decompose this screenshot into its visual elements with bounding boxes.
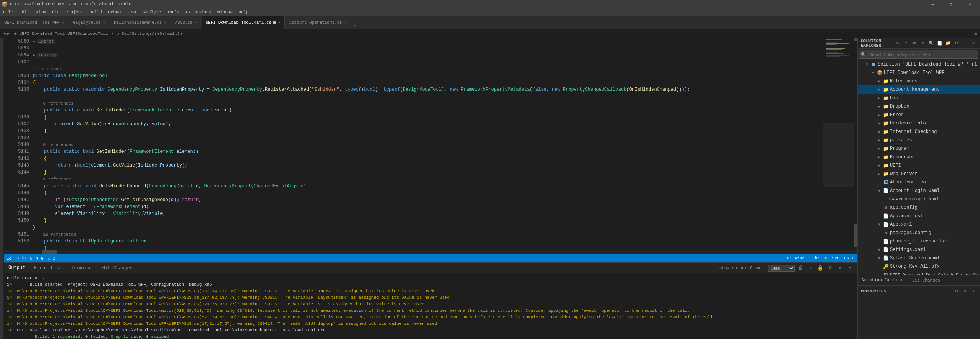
se-new-folder-icon[interactable]: 📁 (945, 40, 952, 47)
se-file-strong-key[interactable]: 🔑 Strong Key.All.pfx (858, 262, 980, 271)
tab-close-icon[interactable]: ✕ (278, 20, 281, 25)
panel-tab-output[interactable]: Output (4, 263, 30, 273)
se-folder-resources[interactable]: ▶ 📁 Resources (858, 153, 980, 161)
panel-tab-terminal[interactable]: Terminal (66, 263, 98, 273)
folder-icon: 📁 (882, 154, 889, 160)
se-folder-dropbox[interactable]: ▶ 📁 Dropbox (858, 102, 980, 111)
wrap-output-button[interactable]: ⏎ (806, 264, 814, 272)
menu-test[interactable]: Test (124, 8, 140, 16)
se-close-icon[interactable]: ✕ (970, 40, 977, 47)
tab-close-icon[interactable]: ✕ (345, 20, 347, 25)
close-panel-button[interactable]: ✕ (846, 264, 854, 272)
se-folder-program[interactable]: ▶ 📁 Program (858, 144, 980, 153)
code-editor[interactable]: ▸Extras ▸Testing 1 reference public clas… (31, 38, 823, 250)
panel-tab-error-list[interactable]: Error List (30, 263, 66, 273)
menu-build[interactable]: Build (86, 8, 105, 16)
minimize-button[interactable]: — (924, 0, 942, 8)
se-file-app-manifest[interactable]: 📄 App.manifest (858, 212, 980, 220)
se-file-settings-xaml[interactable]: ▼ 📄 Settings.xaml (858, 246, 980, 254)
se-file-phantomjs[interactable]: 📄 phantomjs-license.txt (858, 237, 980, 246)
tab-close-icon[interactable]: ✕ (62, 20, 64, 25)
vertical-scrollbar[interactable] (854, 38, 857, 250)
se-file-abouticon[interactable]: 🖼 AboutIcon.ico (858, 178, 980, 187)
close-button[interactable]: ✕ (961, 0, 978, 8)
menu-help[interactable]: Help (236, 8, 252, 16)
se-file-splash-screen[interactable]: ▼ 📄 Splash Screen.xaml (858, 254, 980, 262)
se-collapse-icon[interactable]: ⊞ (911, 40, 918, 47)
se-tab-git-changes[interactable]: Git Changes (908, 275, 944, 286)
error-indicator[interactable]: ⊘ 0 (36, 256, 44, 261)
git-branch-label[interactable]: main (16, 256, 26, 260)
se-tab-solution-explorer[interactable]: Solution Explorer (858, 275, 908, 286)
tab-close-icon[interactable]: ✕ (195, 20, 197, 25)
se-new-file-icon[interactable]: 📄 (936, 40, 943, 47)
menu-debug[interactable]: Debug (105, 8, 124, 16)
se-file-account-login-cs[interactable]: C# AccountLogin.xaml (858, 195, 980, 203)
se-sync-icon[interactable]: ↻ (894, 40, 901, 47)
menu-project[interactable]: Project (62, 8, 86, 16)
panel-tab-git-changes[interactable]: Git Changes (98, 263, 137, 273)
se-folder-references[interactable]: ▶ 📁 References (858, 77, 980, 85)
warning-indicator[interactable]: ⚠ 2 (48, 256, 55, 261)
svg-rect-9 (826, 51, 847, 51)
tab-close-icon[interactable]: ✕ (164, 20, 166, 25)
minimize-panel-button[interactable]: ▾ (836, 264, 844, 272)
se-folder-account-management[interactable]: ▶ 📁 Account Management (858, 85, 980, 94)
menu-edit[interactable]: Edit (16, 8, 32, 16)
menu-view[interactable]: View (33, 8, 49, 16)
se-solution-item[interactable]: ▼ ⊞ Solution 'UEFI Download Tool WPF' (1… (858, 60, 980, 69)
menu-window[interactable]: Window (214, 8, 236, 16)
se-project-item[interactable]: ▼ 📦 UEFI Download Tool WPF (858, 69, 980, 77)
se-filter-icon[interactable]: ⊟ (903, 40, 909, 47)
tab-uefi-wpf[interactable]: UEFI Download Tool WPF ✕ (0, 16, 69, 29)
tab-overflow-button[interactable]: ▾ (351, 23, 359, 29)
horizontal-scrollbar[interactable] (4, 250, 857, 254)
props-close-icon[interactable]: ✕ (970, 288, 977, 295)
tab-close-icon[interactable]: ✕ (103, 20, 105, 25)
tab-uefi-xaml-cs[interactable]: UEFI Download Tool.xaml.cs ✕ (202, 16, 285, 29)
se-folder-web-driver[interactable]: ▶ 📁 Web Driver (858, 170, 980, 178)
se-folder-bin[interactable]: ▶ 📁 bin (858, 94, 980, 102)
menu-tools[interactable]: Tools (164, 8, 183, 16)
menu-extensions[interactable]: Extensions (183, 8, 214, 16)
tab-account-ops[interactable]: Account Operations.cs ✕ (285, 16, 351, 29)
tab-gigabyte[interactable]: Gigabyte.cs ✕ (69, 16, 110, 29)
line-ending[interactable]: CRLF (844, 256, 854, 260)
se-file-splash-bg[interactable]: 🖼 UEFI Download Tool Splash Screen Backg… (858, 271, 980, 275)
se-file-account-login[interactable]: ▼ 📄 Account Login.xaml (858, 187, 980, 195)
se-file-packages-config[interactable]: ⚙ packages.config (858, 229, 980, 237)
clear-output-button[interactable]: 🗑 (796, 264, 804, 272)
sync-icon[interactable]: ↻ (30, 256, 32, 261)
solution-explorer-search[interactable] (859, 50, 978, 59)
breadcrumb-arrow-left[interactable]: ◀ (3, 31, 6, 36)
indentation[interactable]: SPC (832, 256, 840, 260)
props-sort-icon[interactable]: ⊟ (953, 288, 960, 295)
se-settings-icon[interactable]: ⚙ (919, 40, 926, 47)
menu-git[interactable]: Git (49, 8, 62, 16)
se-search-icon-btn[interactable]: 🔍 (928, 40, 935, 47)
maximize-button[interactable]: ❐ (942, 0, 960, 8)
output-source-select[interactable]: Build Debug General (768, 265, 795, 272)
menu-analyze[interactable]: Analyze (140, 8, 164, 16)
se-file-app-config[interactable]: ⚙ app.config (858, 203, 980, 212)
line-number (4, 100, 29, 107)
se-folder-internet-checking[interactable]: ▶ 📁 Internet Checking (858, 128, 980, 136)
se-folder-packages[interactable]: ▶ 📁 packages (858, 136, 980, 144)
se-folder-error[interactable]: ▶ 📁 Error (858, 111, 980, 119)
lock-scroll-button[interactable]: 🔒 (816, 264, 824, 272)
se-folder-hardware-info[interactable]: ▶ 📁 Hardware Info (858, 119, 980, 128)
tab-label: ASUS.cs (175, 20, 192, 25)
se-folder-uefi[interactable]: ▶ 📁 UEFI (858, 161, 980, 170)
cursor-position[interactable]: Ln: 4586 Ch: 39 (785, 256, 827, 260)
props-filter-icon[interactable]: ⚙ (962, 288, 969, 295)
se-refresh-icon[interactable]: ⟳ (953, 40, 960, 47)
split-editor-icon[interactable]: ⊞ (974, 31, 977, 36)
copy-output-button[interactable]: ⧉ (826, 264, 834, 272)
se-file-app-xaml[interactable]: ▼ 📄 App.xaml (858, 220, 980, 229)
code-line: if (!DesignerProperties.GetIsInDesignMod… (33, 197, 823, 203)
se-minimize-icon[interactable]: ▾ (962, 40, 969, 47)
tab-dell[interactable]: DellAndAlienware.cs ✕ (110, 16, 171, 29)
tab-asus[interactable]: ASUS.cs ✕ (171, 16, 201, 29)
menu-file[interactable]: File (0, 8, 16, 16)
breadcrumb-arrow-right[interactable]: ▶ (7, 31, 10, 36)
